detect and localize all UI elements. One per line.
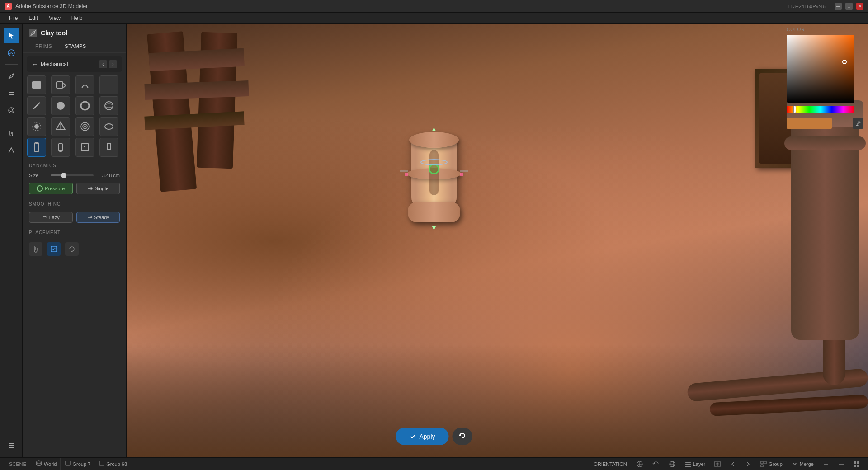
left-toolbar <box>0 24 23 457</box>
size-slider[interactable] <box>51 174 94 176</box>
steady-icon <box>87 215 92 220</box>
minimize-button[interactable]: — <box>835 3 842 10</box>
toolbar-divider-1 <box>5 64 18 65</box>
color-panel: COLOR <box>787 27 863 129</box>
group68-icon <box>99 461 104 467</box>
tab-prims[interactable]: PRIMS <box>29 41 58 52</box>
apply-button[interactable]: Apply <box>396 428 448 445</box>
stamp-crescent[interactable] <box>99 75 118 94</box>
hue-slider[interactable] <box>787 106 854 113</box>
eyedropper-button[interactable] <box>853 118 863 129</box>
export-btn[interactable] <box>711 461 724 467</box>
orientation-btn[interactable] <box>632 461 647 468</box>
tool-layers[interactable] <box>4 437 19 453</box>
undo-button[interactable] <box>453 428 472 445</box>
prev-btn[interactable] <box>726 461 740 467</box>
close-button[interactable]: ✕ <box>856 3 863 10</box>
tool-paint[interactable] <box>4 68 19 84</box>
stamp-oval[interactable] <box>99 117 118 136</box>
menu-view[interactable]: View <box>43 13 66 23</box>
svg-rect-9 <box>57 82 63 88</box>
stamp-ball[interactable] <box>51 96 70 115</box>
group68-label: Group 68 <box>106 461 127 467</box>
tool-grab[interactable] <box>4 126 19 141</box>
statusbar-group68[interactable]: Group 68 <box>95 458 131 470</box>
placement-rotate[interactable] <box>65 242 79 256</box>
steady-button[interactable]: Steady <box>76 212 120 223</box>
reset-orientation-btn[interactable] <box>649 461 663 468</box>
stamps-prev[interactable]: ‹ <box>99 60 107 68</box>
stamp-rect-outline[interactable] <box>75 138 94 157</box>
menu-file[interactable]: File <box>4 13 23 23</box>
placement-hand[interactable] <box>29 242 42 256</box>
tool-select[interactable] <box>4 28 19 43</box>
svg-rect-1 <box>9 92 14 93</box>
tool-crease[interactable] <box>4 143 19 158</box>
layer-btn[interactable]: Layer <box>681 461 709 467</box>
stamp-tube-active[interactable] <box>27 138 46 157</box>
color-gradient-area[interactable] <box>787 35 854 103</box>
pressure-label: Pressure <box>45 186 65 191</box>
viewport[interactable]: ▲ ▼ · · · <box>127 24 868 457</box>
menu-edit[interactable]: Edit <box>23 13 43 23</box>
color-swatch <box>787 118 832 129</box>
stamp-target[interactable] <box>75 117 94 136</box>
svg-rect-49 <box>761 461 763 464</box>
stamp-flat-rect[interactable] <box>27 75 46 94</box>
tool-clay[interactable] <box>4 45 19 61</box>
merge-btn[interactable]: Merge <box>788 461 817 467</box>
lazy-label: Lazy <box>49 215 60 220</box>
steady-label: Steady <box>94 215 109 220</box>
stamp-cone[interactable] <box>99 138 118 157</box>
merge-label: Merge <box>800 461 814 467</box>
menubar: File Edit View Help <box>0 13 868 24</box>
grid-btn[interactable] <box>850 461 863 467</box>
world-view-btn[interactable] <box>665 461 679 468</box>
group-btn[interactable]: Group <box>757 461 786 467</box>
svg-rect-45 <box>685 464 691 465</box>
back-icon[interactable]: ← <box>32 61 38 68</box>
subtract-btn[interactable] <box>835 461 848 467</box>
hue-cursor[interactable] <box>793 106 796 113</box>
statusbar-group7[interactable]: Group 7 <box>61 458 94 470</box>
stamp-ring[interactable] <box>75 96 94 115</box>
stamps-next[interactable]: › <box>109 60 117 68</box>
stamp-dot[interactable] <box>27 117 46 136</box>
lazy-button[interactable]: Lazy <box>29 212 73 223</box>
stamp-cylinder[interactable] <box>51 138 70 157</box>
svg-rect-58 <box>857 465 859 467</box>
stamp-slash[interactable] <box>27 96 46 115</box>
placement-header: PLACEMENT <box>23 226 126 238</box>
svg-point-15 <box>34 124 39 129</box>
color-cursor[interactable] <box>842 60 847 64</box>
titlebar: A Adobe Substance 3D Modeler 113+24160P9… <box>0 0 868 13</box>
app-icon: A <box>5 3 12 10</box>
single-button[interactable]: Single <box>76 183 120 194</box>
scene-wood-left <box>127 24 307 204</box>
color-dark-gradient <box>787 35 854 103</box>
tool-flatten[interactable] <box>4 85 19 101</box>
placement-stamp[interactable] <box>47 242 61 256</box>
add-btn[interactable] <box>819 461 833 467</box>
svg-rect-50 <box>764 461 766 464</box>
next-btn[interactable] <box>741 461 755 467</box>
stamp-facet[interactable] <box>51 117 70 136</box>
menu-help[interactable]: Help <box>66 13 88 23</box>
maximize-button[interactable]: □ <box>845 3 853 10</box>
statusbar-world[interactable]: World <box>32 458 61 470</box>
svg-point-4 <box>10 109 13 112</box>
size-thumb[interactable] <box>61 173 66 178</box>
tool-smooth[interactable] <box>4 103 19 118</box>
stamp-mug[interactable] <box>51 75 70 94</box>
stamps-arrows: ‹ › <box>99 60 117 68</box>
stamps-nav: ← Mechanical ‹ › <box>27 56 122 72</box>
tab-stamps[interactable]: STAMPS <box>58 41 92 52</box>
group-label: Group <box>769 461 783 467</box>
layer-label: Layer <box>693 461 706 467</box>
stamp-sphere[interactable] <box>99 96 118 115</box>
svg-point-12 <box>81 102 89 110</box>
stamp-curve[interactable] <box>75 75 94 94</box>
clay-object: ▲ ▼ <box>407 123 461 222</box>
tool-icon <box>29 29 37 37</box>
pressure-button[interactable]: Pressure <box>29 183 73 194</box>
